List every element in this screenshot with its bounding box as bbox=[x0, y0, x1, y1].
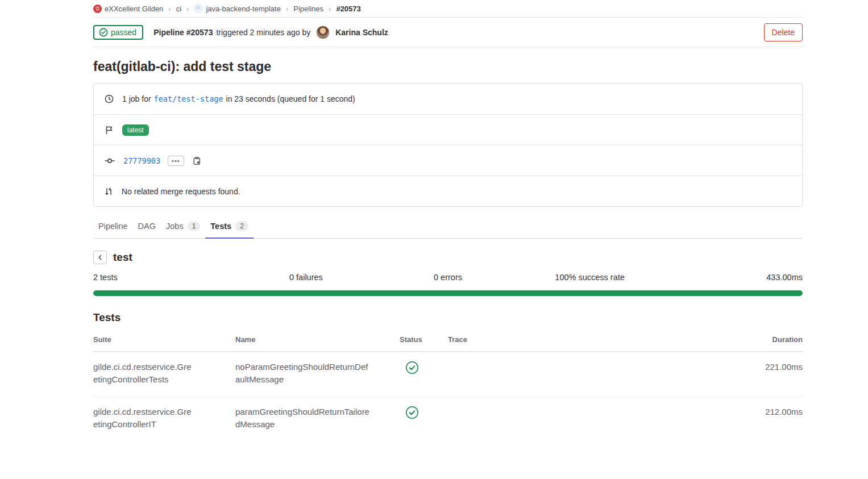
breadcrumb-item-label: ci bbox=[176, 5, 181, 13]
test-suite-stats: 2 tests 0 failures 0 errors 100% success… bbox=[93, 273, 803, 282]
job-duration-text: in 23 seconds (queued for 1 second) bbox=[226, 94, 355, 103]
delete-pipeline-button[interactable]: Delete bbox=[764, 23, 803, 41]
success-progress-bar bbox=[93, 290, 803, 296]
commit-icon bbox=[105, 156, 115, 165]
breadcrumb-subgroup-link[interactable]: ci bbox=[176, 5, 181, 13]
table-row: gilde.ci.cd.restservice.GreetingControll… bbox=[93, 352, 803, 397]
clock-icon bbox=[105, 94, 114, 103]
job-summary-row: 1 job for feat/test-stage in 23 seconds … bbox=[94, 84, 802, 114]
breadcrumb: eXXcellent Gilden › ci › java-backend-te… bbox=[93, 0, 803, 18]
status-badge-label: passed bbox=[111, 28, 136, 37]
tests-count-badge: 2 bbox=[235, 221, 248, 231]
breadcrumb-project-link[interactable]: java-backend-template bbox=[194, 4, 281, 13]
breadcrumb-item-label: eXXcellent Gilden bbox=[105, 5, 163, 13]
commit-row: 27779903 ••• bbox=[94, 145, 802, 176]
column-header-name: Name bbox=[235, 335, 400, 344]
test-trace-cell bbox=[448, 406, 740, 430]
test-duration-cell: 212.00ms bbox=[740, 406, 803, 430]
stat-total-duration: 433.00ms bbox=[661, 273, 803, 282]
test-status-passed-icon bbox=[400, 361, 448, 385]
pipeline-tabs: Pipeline DAG Jobs 1 Tests 2 bbox=[93, 215, 803, 239]
stat-failures: 0 failures bbox=[235, 273, 377, 282]
table-row: gilde.ci.cd.restservice.GreetingControll… bbox=[93, 397, 803, 441]
merge-request-icon bbox=[105, 187, 113, 196]
tab-tests[interactable]: Tests 2 bbox=[205, 215, 254, 239]
column-header-duration: Duration bbox=[740, 335, 803, 344]
project-avatar bbox=[194, 4, 203, 13]
commit-title: feat(gitlab-ci): add test stage bbox=[93, 59, 803, 74]
user-avatar[interactable] bbox=[316, 26, 330, 39]
breadcrumb-separator-icon: › bbox=[168, 5, 171, 13]
group-shield-icon bbox=[93, 5, 102, 13]
breadcrumb-item-label: java-backend-template bbox=[206, 5, 281, 13]
copy-commit-sha-button[interactable] bbox=[193, 156, 201, 165]
test-suite-name: test bbox=[113, 251, 132, 264]
branch-ref-link[interactable]: feat/test-stage bbox=[154, 94, 223, 103]
tab-label: DAG bbox=[138, 222, 156, 231]
tab-jobs[interactable]: Jobs 1 bbox=[161, 215, 205, 239]
flag-icon bbox=[105, 126, 114, 135]
tests-table-header: Suite Name Status Trace Duration bbox=[93, 327, 803, 352]
success-progress-bar-fill bbox=[93, 290, 803, 296]
test-name-cell: noParamGreetingShouldReturnDefaultMessag… bbox=[235, 361, 400, 385]
back-button[interactable] bbox=[93, 251, 107, 264]
tests-section-heading: Tests bbox=[93, 311, 803, 324]
pipeline-header: passed Pipeline #20573 triggered 2 minut… bbox=[93, 18, 803, 47]
breadcrumb-pipeline-id: #20573 bbox=[336, 5, 360, 13]
pipeline-info-card: 1 job for feat/test-stage in 23 seconds … bbox=[93, 83, 803, 207]
test-trace-cell bbox=[448, 361, 740, 385]
tab-label: Tests bbox=[210, 222, 231, 231]
tab-label: Pipeline bbox=[98, 222, 128, 231]
test-status-passed-icon bbox=[400, 406, 448, 430]
tab-dag[interactable]: DAG bbox=[133, 215, 161, 239]
latest-badge-row: latest bbox=[94, 114, 802, 145]
test-suite-cell: gilde.ci.cd.restservice.GreetingControll… bbox=[93, 361, 235, 385]
column-header-trace: Trace bbox=[448, 335, 740, 344]
test-suite-cell: gilde.ci.cd.restservice.GreetingControll… bbox=[93, 406, 235, 430]
breadcrumb-pipelines-link[interactable]: Pipelines bbox=[293, 5, 323, 13]
commit-sha-link[interactable]: 27779903 bbox=[123, 156, 160, 165]
test-suite-header: test bbox=[93, 251, 803, 264]
no-merge-requests-text: No related merge requests found. bbox=[122, 187, 240, 196]
jobs-count-badge: 1 bbox=[188, 221, 201, 231]
pipeline-triggered-text: triggered 2 minutes ago by bbox=[216, 28, 310, 37]
test-name-cell: paramGreetingShouldReturnTailoredMessage bbox=[235, 406, 400, 430]
pipeline-summary-text: Pipeline #20573 triggered 2 minutes ago … bbox=[153, 26, 388, 39]
breadcrumb-separator-icon: › bbox=[329, 5, 331, 13]
user-name-link[interactable]: Karina Schulz bbox=[335, 28, 388, 37]
breadcrumb-separator-icon: › bbox=[186, 5, 189, 13]
test-duration-cell: 221.00ms bbox=[740, 361, 803, 385]
breadcrumb-item-label: Pipelines bbox=[293, 5, 323, 13]
pipeline-status-badge[interactable]: passed bbox=[93, 25, 143, 40]
column-header-status: Status bbox=[400, 335, 448, 344]
stat-success-rate: 100% success rate bbox=[519, 273, 661, 282]
stat-errors: 0 errors bbox=[377, 273, 519, 282]
breadcrumb-separator-icon: › bbox=[286, 5, 288, 13]
status-passed-icon bbox=[99, 28, 108, 37]
job-summary-text: 1 job for feat/test-stage in 23 seconds … bbox=[122, 94, 355, 103]
tab-pipeline[interactable]: Pipeline bbox=[93, 215, 133, 239]
pipeline-id-label: Pipeline #20573 bbox=[153, 28, 213, 37]
breadcrumb-group-link[interactable]: eXXcellent Gilden bbox=[93, 5, 163, 13]
expand-commit-message-button[interactable]: ••• bbox=[168, 156, 184, 166]
stat-tests: 2 tests bbox=[93, 273, 235, 282]
merge-requests-row: No related merge requests found. bbox=[94, 176, 802, 206]
column-header-suite: Suite bbox=[93, 335, 235, 344]
job-count-text: 1 job for bbox=[122, 94, 151, 103]
tab-label: Jobs bbox=[166, 222, 184, 231]
latest-badge[interactable]: latest bbox=[122, 124, 149, 136]
